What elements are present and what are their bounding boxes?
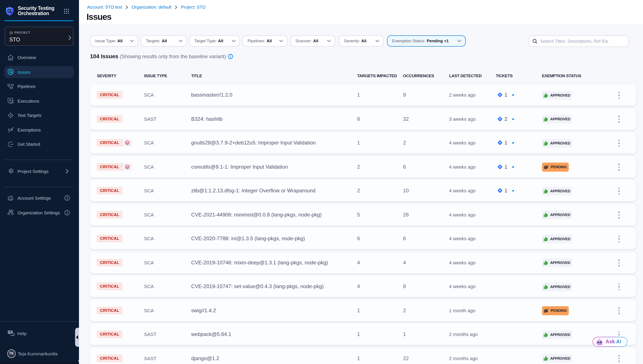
svg-text:?: ? xyxy=(10,330,12,334)
